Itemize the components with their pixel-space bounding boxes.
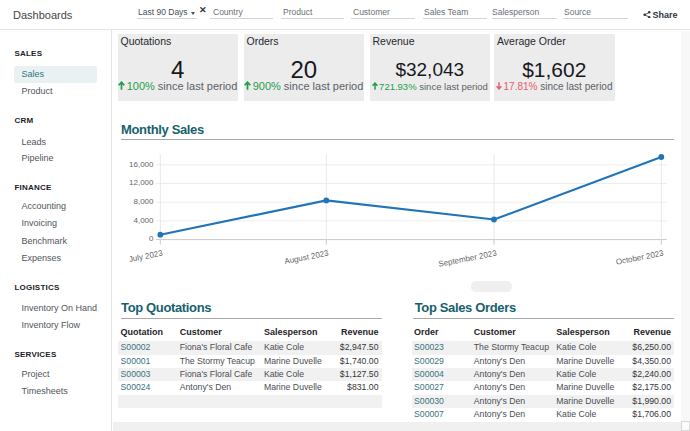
svg-text:8,000: 8,000: [133, 197, 154, 206]
svg-text:July 2023: July 2023: [128, 249, 164, 264]
svg-text:0: 0: [149, 234, 154, 243]
svg-text:12,000: 12,000: [129, 178, 154, 187]
svg-text:4,000: 4,000: [133, 216, 154, 225]
svg-text:August 2023: August 2023: [284, 249, 330, 267]
svg-text:16,000: 16,000: [129, 160, 154, 169]
svg-text:October 2023: October 2023: [615, 249, 665, 267]
svg-text:September 2023: September 2023: [438, 249, 498, 269]
